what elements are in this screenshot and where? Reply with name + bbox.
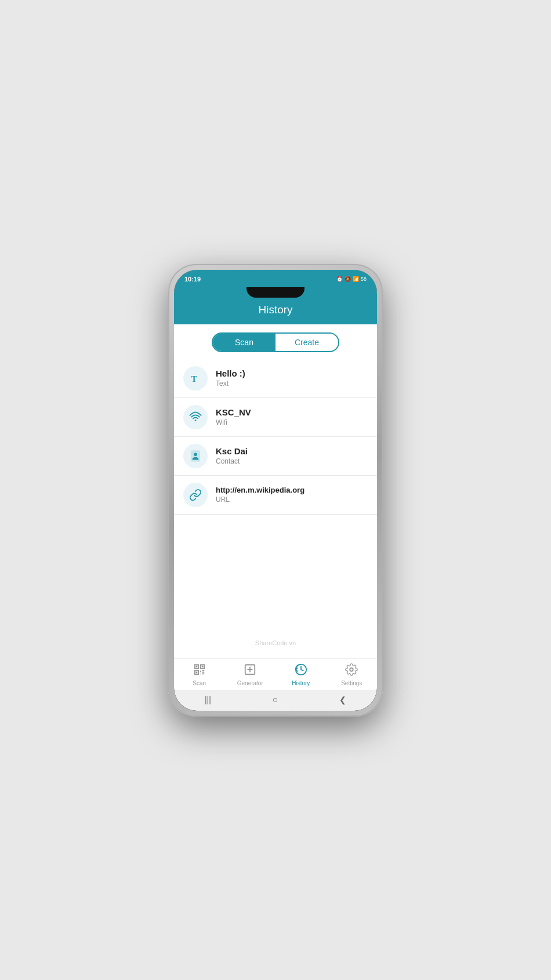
url-item-title: http://en.m.wikipedia.org [216, 486, 304, 494]
scan-tab[interactable]: Scan [213, 334, 276, 351]
nav-item-scan[interactable]: Scan [183, 663, 215, 686]
nav-history-icon [295, 663, 307, 678]
bottom-nav: Scan Generator [174, 658, 377, 690]
android-home-btn[interactable]: ○ [273, 695, 278, 705]
status-time: 10:19 [184, 276, 201, 283]
nav-scan-icon [193, 663, 206, 678]
signal-icon: 📶 [353, 276, 359, 282]
svg-rect-9 [195, 671, 197, 673]
toggle-container: Scan Create [174, 324, 377, 359]
nav-settings-label: Settings [341, 680, 362, 686]
nav-history-label: History [292, 680, 310, 686]
svg-text:T: T [191, 374, 197, 383]
alarm-icon: ⏰ [336, 276, 343, 282]
wifi-icon [189, 411, 202, 424]
create-tab[interactable]: Create [276, 334, 338, 351]
svg-rect-8 [201, 666, 203, 667]
text-item-group: Hello :) Text [216, 368, 245, 388]
phone-frame: 10:19 ⏰ 🔕 📶 58 History Scan [168, 264, 383, 717]
android-nav: ||| ○ ❮ [174, 690, 377, 711]
contact-icon [189, 450, 202, 462]
nav-item-settings[interactable]: Settings [336, 663, 368, 686]
nav-item-history[interactable]: History [285, 663, 317, 686]
contact-item-group: Ksc Dai Contact [216, 446, 248, 465]
watermark-text: ShareCode.vn [255, 639, 296, 646]
list-item-contact[interactable]: Ksc Dai Contact [174, 437, 377, 476]
notch [246, 287, 304, 298]
contact-icon-circle [183, 444, 208, 468]
nav-generator-label: Generator [237, 680, 263, 686]
contact-item-title: Ksc Dai [216, 446, 248, 456]
svg-point-18 [350, 668, 354, 671]
link-icon [189, 489, 202, 501]
list-area: T Hello :) Text [174, 359, 377, 658]
url-item-subtitle: URL [216, 496, 304, 504]
url-item-group: http://en.m.wikipedia.org URL [216, 486, 304, 504]
app-header: History [174, 298, 377, 324]
nav-settings-icon [345, 663, 358, 678]
svg-point-1 [195, 420, 197, 421]
android-back-btn[interactable]: ❮ [339, 695, 346, 704]
text-item-subtitle: Text [216, 379, 245, 388]
wifi-item-group: KSC_NV Wifi [216, 407, 251, 426]
text-icon: T [189, 372, 202, 385]
watermark-area: ShareCode.vn [174, 628, 377, 658]
mute-icon: 🔕 [345, 276, 351, 282]
wifi-item-title: KSC_NV [216, 407, 251, 417]
wifi-item-subtitle: Wifi [216, 418, 251, 426]
nav-generator-icon [244, 663, 256, 678]
svg-rect-7 [195, 666, 197, 667]
wifi-icon-circle [183, 405, 208, 429]
phone-inner: 10:19 ⏰ 🔕 📶 58 History Scan [174, 270, 377, 711]
list-item-text[interactable]: T Hello :) Text [174, 359, 377, 398]
url-icon-circle [183, 483, 208, 507]
list-item-url[interactable]: http://en.m.wikipedia.org URL [174, 476, 377, 515]
nav-item-generator[interactable]: Generator [234, 663, 266, 686]
battery-text: 58 [361, 276, 367, 282]
text-icon-circle: T [183, 366, 208, 390]
contact-item-subtitle: Contact [216, 457, 248, 465]
nav-scan-label: Scan [193, 680, 206, 686]
page-title: History [258, 303, 292, 316]
text-item-title: Hello :) [216, 368, 245, 378]
android-recent-btn[interactable]: ||| [205, 695, 211, 704]
list-spacer [174, 515, 377, 628]
toggle-pill: Scan Create [212, 332, 339, 352]
status-icons: ⏰ 🔕 📶 58 [336, 276, 367, 282]
phone-screen: 10:19 ⏰ 🔕 📶 58 History Scan [174, 270, 377, 711]
notch-area [174, 287, 377, 298]
status-bar: 10:19 ⏰ 🔕 📶 58 [174, 270, 377, 287]
svg-point-3 [194, 453, 197, 456]
list-item-wifi[interactable]: KSC_NV Wifi [174, 398, 377, 437]
